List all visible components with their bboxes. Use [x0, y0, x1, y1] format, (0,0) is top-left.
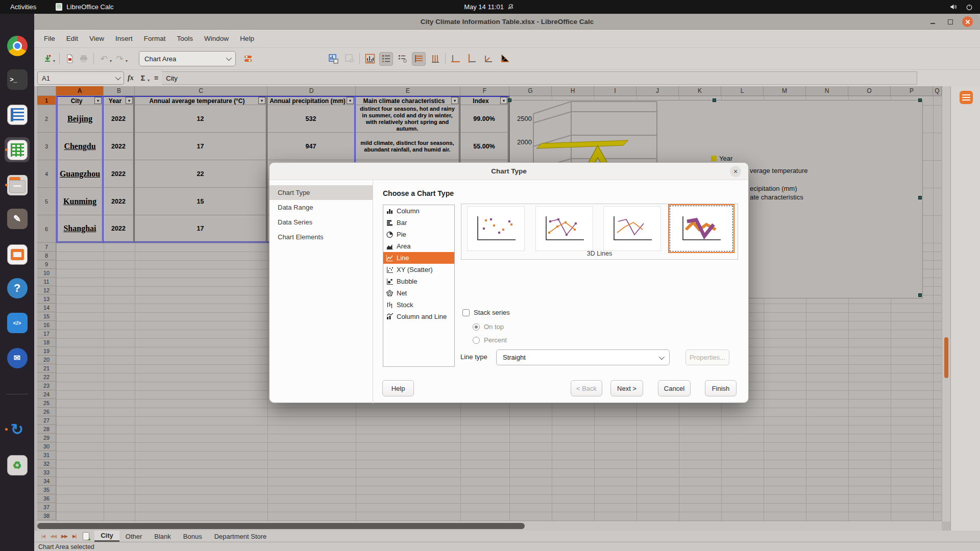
last-sheet-icon[interactable]: ▶|	[72, 534, 76, 539]
filter-arrow-icon[interactable]: ▾	[126, 97, 133, 104]
table-header-index[interactable]: Index▾	[460, 96, 509, 105]
row-header-1[interactable]: 1	[37, 96, 56, 105]
maximize-button[interactable]	[945, 16, 955, 27]
power-icon[interactable]	[966, 4, 973, 11]
row-header-34[interactable]: 34	[37, 477, 56, 486]
column-header-O[interactable]: O	[848, 86, 891, 96]
dock-item-chrome[interactable]	[5, 33, 30, 58]
row-header-14[interactable]: 14	[37, 304, 56, 312]
dock-item-trash[interactable]: ♻	[5, 453, 30, 478]
dialog-header[interactable]: Chart Type ×	[270, 163, 748, 180]
selection-handle[interactable]	[508, 98, 511, 102]
column-header-E[interactable]: E	[356, 86, 460, 96]
column-header-M[interactable]: M	[764, 86, 806, 96]
menu-edit[interactable]: Edit	[61, 33, 84, 44]
chart-data-table-icon[interactable]	[326, 52, 340, 66]
cell-temperature[interactable]: 17	[135, 133, 267, 160]
properties-button[interactable]: Properties...	[685, 349, 729, 365]
formula-input[interactable]: City	[162, 71, 917, 85]
dock-item-gimp[interactable]: ✎	[5, 206, 30, 231]
row-header-10[interactable]: 10	[37, 269, 56, 278]
menu-file[interactable]: File	[38, 33, 61, 44]
table-header-climate[interactable]: Main climate characteristics▾	[356, 96, 460, 105]
sidebar-settings-icon[interactable]	[960, 91, 973, 104]
previous-sheet-icon[interactable]: ◀◀	[50, 534, 56, 539]
row-header-4[interactable]: 4	[37, 160, 56, 188]
cell-year[interactable]: 2022	[104, 105, 135, 133]
on-top-radio[interactable]	[473, 323, 480, 331]
line-type-dropdown[interactable]: Straight	[496, 349, 670, 365]
chart-type-column-and-line[interactable]: Column and Line	[383, 311, 454, 322]
vertical-scrollbar[interactable]	[942, 86, 950, 521]
column-header-D[interactable]: D	[267, 86, 356, 96]
chart-type-area[interactable]: Area	[383, 240, 454, 252]
cell-city[interactable]: Kunming	[56, 188, 104, 215]
sheet-tab-bonus[interactable]: Bonus	[177, 531, 208, 542]
dock-item-help[interactable]: ?	[5, 276, 30, 300]
variant-tile-3d-lines[interactable]	[668, 204, 734, 253]
chart-type-line[interactable]: Line	[383, 252, 454, 264]
table-header-city[interactable]: City▾	[56, 96, 104, 105]
cell-temperature[interactable]: 15	[135, 188, 267, 215]
cell-city[interactable]: Beijing	[56, 105, 104, 133]
minimize-button[interactable]	[927, 16, 938, 27]
cell-climate[interactable]: mild climate, distinct four seasons, abu…	[356, 133, 460, 160]
data-labels-icon[interactable]	[396, 52, 409, 66]
column-header-L[interactable]: L	[721, 86, 764, 96]
row-header-25[interactable]: 25	[37, 399, 56, 408]
chart-type-net[interactable]: Net	[383, 287, 454, 299]
dialog-sidebar-item-data-range[interactable]: Data Range	[270, 200, 373, 215]
column-header-C[interactable]: C	[135, 86, 267, 96]
function-wizard-icon[interactable]: fx	[128, 74, 134, 82]
menu-view[interactable]: View	[84, 33, 110, 44]
filter-arrow-icon[interactable]: ▾	[500, 97, 507, 104]
menu-tools[interactable]: Tools	[172, 33, 199, 44]
row-header-15[interactable]: 15	[37, 312, 56, 321]
add-sheet-icon[interactable]	[83, 532, 89, 540]
horizontal-grid-icon[interactable]	[412, 52, 426, 66]
horizontal-scrollbar[interactable]	[37, 521, 942, 531]
app-menu[interactable]: LibreOffice Calc	[56, 3, 113, 11]
export-pdf-icon[interactable]	[63, 52, 77, 66]
chart-type-pie[interactable]: Pie	[383, 229, 454, 240]
close-icon[interactable]: ×	[730, 166, 741, 177]
cell-precipitation[interactable]: 532	[267, 105, 356, 133]
table-header-year[interactable]: Year▾	[104, 96, 135, 105]
equals-icon[interactable]: =	[154, 74, 158, 82]
row-header-26[interactable]: 26	[37, 408, 56, 416]
window-close-button[interactable]	[962, 16, 973, 27]
column-header-J[interactable]: J	[636, 86, 679, 96]
row-header-11[interactable]: 11	[37, 278, 56, 286]
filter-arrow-icon[interactable]: ▾	[258, 97, 265, 104]
cell-year[interactable]: 2022	[104, 160, 135, 188]
chart-type-bar[interactable]: Bar	[383, 217, 454, 229]
cell-year[interactable]: 2022	[104, 215, 135, 243]
row-header-22[interactable]: 22	[37, 373, 56, 382]
dock-item-calc[interactable]	[5, 137, 30, 162]
window-titlebar[interactable]: City Climate Information Table.xlsx - Li…	[34, 14, 980, 30]
chart-type-icon[interactable]	[363, 52, 377, 66]
cell-climate[interactable]: distinct four seasons, hot and rainy in …	[356, 105, 460, 133]
vertical-scrollbar-thumb[interactable]	[944, 337, 948, 378]
format-selection-icon[interactable]	[241, 52, 255, 66]
cancel-button[interactable]: Cancel	[658, 380, 691, 396]
dock-item-updater[interactable]: ↻	[5, 417, 30, 442]
volume-icon[interactable]	[950, 4, 958, 10]
row-header-3[interactable]: 3	[37, 133, 56, 160]
row-header-28[interactable]: 28	[37, 425, 56, 434]
undo-icon[interactable]: ↶	[97, 52, 111, 66]
row-header-27[interactable]: 27	[37, 416, 56, 425]
row-header-20[interactable]: 20	[37, 356, 56, 364]
z-axis-icon[interactable]	[481, 52, 495, 66]
row-header-21[interactable]: 21	[37, 364, 56, 373]
dialog-sidebar-item-chart-type[interactable]: Chart Type	[270, 185, 373, 200]
legend-toggle-icon[interactable]	[379, 52, 393, 66]
row-header-31[interactable]: 31	[37, 451, 56, 460]
column-header-P[interactable]: P	[891, 86, 933, 96]
finish-button[interactable]: Finish	[705, 380, 737, 396]
sheet-tab-city[interactable]: City	[94, 531, 119, 542]
row-header-17[interactable]: 17	[37, 330, 56, 338]
next-sheet-icon[interactable]: ▶▶	[61, 534, 67, 539]
selection-handle[interactable]	[918, 98, 922, 102]
cell-city[interactable]: Shanghai	[56, 215, 104, 243]
